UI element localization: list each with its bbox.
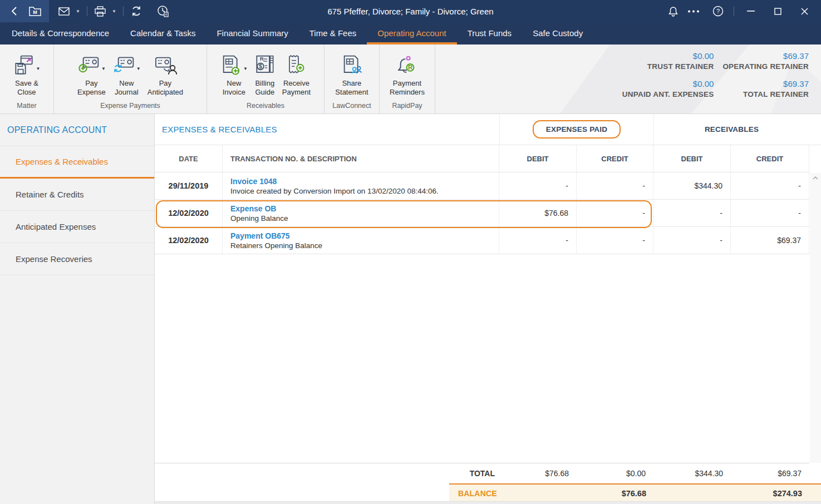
pay-expense-label: Pay Expense [77,79,106,97]
balance-row: BALANCE $76.68 $274.93 [155,483,821,502]
sidebar-item-expenses-receivables[interactable]: Expenses & Receivables [0,146,154,179]
pay-anticipated-label: Pay Anticipated [148,79,183,97]
minimize-icon[interactable] [739,0,763,22]
cell-ep-credit: - [577,200,653,226]
operating-retainer-value: $69.37 [722,51,809,61]
time-records-icon[interactable] [156,4,170,18]
transaction-link[interactable]: Invoice 1048 [230,177,277,186]
unpaid-ant-expenses-label: UNPAID ANT. EXPENSES [622,90,714,98]
sidebar-item-expense-recoveries[interactable]: Expense Recoveries [0,243,154,275]
notifications-bell-icon[interactable] [666,4,680,18]
ribbon-group-caption: RapidPay [380,101,435,113]
table-column-headers: DATE TRANSACTION NO. & DESCRIPTION DEBIT… [155,145,809,172]
print-icon[interactable] [93,4,107,18]
cell-date: 12/02/2020 [155,200,223,226]
tab-trust-funds[interactable]: Trust Funds [457,22,522,45]
svg-text:?: ? [716,8,720,14]
ribbon-toolbar: ▼ Save & Close Matter ▼ [0,45,821,114]
cell-description: Expense OB Opening Balance [223,200,499,226]
new-invoice-icon [220,55,242,77]
payment-reminders-label: Payment Reminders [390,79,425,97]
tab-financial-summary[interactable]: Financial Summary [206,22,298,45]
mail-dropdown-icon[interactable]: ▼ [75,9,81,14]
column-header-ep-debit[interactable]: DEBIT [499,145,577,172]
column-header-rc-debit[interactable]: DEBIT [653,145,731,172]
column-header-ep-credit[interactable]: CREDIT [577,145,653,172]
pay-expense-button[interactable]: ▼ Pay Expense [75,49,109,98]
cell-rc-debit: - [653,227,731,254]
sidebar-item-anticipated-expenses[interactable]: Anticipated Expenses [0,211,154,243]
tab-operating-account[interactable]: Operating Account [367,22,456,45]
trust-retainer: $0.00 TRUST RETAINER [622,51,714,71]
operating-retainer-label: OPERATING RETAINER [722,62,809,71]
cell-ep-debit: - [499,172,577,199]
share-statement-button[interactable]: Share Statement [332,49,371,98]
pay-anticipated-button[interactable]: Pay Anticipated [145,49,186,98]
maximize-icon[interactable] [765,0,790,22]
transaction-description: Retainers Opening Balance [230,241,322,250]
title-bar: M ▼ ▼ 675 Pfeffer, Divorce; Family - Div… [0,0,821,22]
pay-expense-dropdown-icon[interactable]: ▼ [101,66,106,71]
pay-expense-icon [77,55,100,77]
window-controls: ? [666,0,821,22]
close-icon[interactable] [792,0,817,22]
balance-label: BALANCE [449,489,497,498]
sidebar-item-retainer-credits[interactable]: Retainer & Credits [0,179,154,211]
cell-ep-debit: - [499,227,577,254]
new-journal-button[interactable]: ▼ New Journal [110,49,144,98]
save-close-dropdown-icon[interactable]: ▼ [36,66,41,71]
new-journal-dropdown-icon[interactable]: ▼ [136,66,141,71]
billing-guide-button[interactable]: R$ Billing Guide [252,49,278,98]
operating-account-sidebar: OPERATING ACCOUNT Expenses & Receivables… [0,114,155,504]
matter-folder-icon[interactable]: M [28,4,42,18]
horizontal-scrollbar[interactable] [155,501,821,504]
expenses-paid-group-header: EXPENSES PAID [499,114,653,145]
section-header-row: EXPENSES & RECEIVABLES EXPENSES PAID REC… [155,114,821,145]
cell-description: Payment OB675 Retainers Opening Balance [223,227,499,254]
mail-icon[interactable] [57,4,71,18]
new-invoice-dropdown-icon[interactable]: ▼ [243,66,248,71]
column-header-description[interactable]: TRANSACTION NO. & DESCRIPTION [223,145,499,172]
cell-ep-credit: - [577,172,653,199]
expenses-paid-badge: EXPENSES PAID [533,120,621,139]
new-invoice-button[interactable]: ▼ New Invoice [218,49,250,98]
payment-reminders-button[interactable]: R Payment Reminders [387,49,427,98]
ribbon-group-caption: Expense Payments [54,101,207,113]
application-window: M ▼ ▼ 675 Pfeffer, Divorce; Family - Div… [0,0,821,504]
tab-safe-custody[interactable]: Safe Custody [522,22,593,45]
column-header-date[interactable]: DATE [155,145,223,172]
table-row[interactable]: 29/11/2019 Invoice 1048 Invoice created … [155,172,809,200]
table-row[interactable]: 12/02/2020 Payment OB675 Retainers Openi… [155,227,809,254]
ribbon-group-rapidpay: R Payment Reminders RapidPay [380,45,435,113]
help-icon[interactable]: ? [707,4,729,18]
ribbon-group-caption: LawConnect [325,101,379,113]
cell-ep-credit: - [577,227,653,254]
tab-details-correspondence[interactable]: Details & Correspondence [1,22,120,45]
receive-payment-button[interactable]: Receive Payment [279,49,313,98]
column-header-rc-credit[interactable]: CREDIT [731,145,809,172]
new-journal-label: New Journal [115,79,139,97]
sidebar-heading: OPERATING ACCOUNT [0,114,154,146]
print-dropdown-icon[interactable]: ▼ [111,9,117,14]
balance-expenses-value: $76.68 [622,489,646,498]
tab-calendar-tasks[interactable]: Calendar & Tasks [120,22,206,45]
unpaid-ant-expenses: $0.00 UNPAID ANT. EXPENSES [622,79,714,98]
trust-retainer-label: TRUST RETAINER [622,62,714,71]
vertical-scrollbar[interactable] [810,173,821,463]
save-close-button[interactable]: ▼ Save & Close [11,49,43,98]
trust-retainer-value: $0.00 [622,51,714,61]
tab-time-fees[interactable]: Time & Fees [299,22,367,45]
titlebar-separator [87,6,87,16]
billing-guide-icon: R$ [254,55,276,77]
svg-text:$: $ [259,63,262,70]
more-ellipsis-icon[interactable] [682,4,705,18]
transaction-link[interactable]: Payment OB675 [230,231,290,240]
ribbon-group-receivables: ▼ New Invoice R$ Billing Guide [207,45,325,113]
back-icon[interactable] [7,4,21,18]
receive-payment-label: Receive Payment [282,79,311,97]
total-retainer-label: TOTAL RETAINER [722,90,809,98]
save-close-icon [13,55,35,77]
transaction-link[interactable]: Expense OB [230,204,276,213]
table-row-selected[interactable]: 12/02/2020 Expense OB Opening Balance $7… [155,200,809,227]
sync-icon[interactable] [129,4,144,18]
